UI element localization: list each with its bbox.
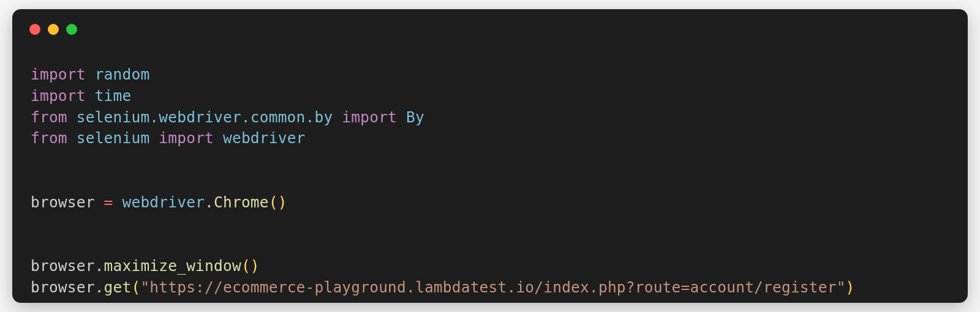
code-line: from selenium import webdriver bbox=[31, 129, 306, 147]
operator-assign: = bbox=[104, 193, 113, 211]
code-line: from selenium.webdriver.common.by import… bbox=[31, 108, 424, 126]
dot: . bbox=[95, 257, 104, 275]
code-line: import time bbox=[31, 87, 131, 105]
string-url: "https://ecommerce-playground.lambdatest… bbox=[140, 278, 845, 296]
call-chrome: Chrome bbox=[214, 193, 269, 211]
object-webdriver: webdriver bbox=[123, 193, 205, 211]
minimize-icon[interactable] bbox=[48, 24, 59, 35]
code-line: browser = webdriver.Chrome() bbox=[31, 193, 287, 211]
import-name: webdriver bbox=[223, 129, 306, 147]
keyword-import: import bbox=[342, 108, 397, 126]
keyword-import: import bbox=[31, 87, 86, 105]
import-name: By bbox=[406, 108, 424, 126]
close-icon[interactable] bbox=[29, 24, 40, 35]
code-line: import random bbox=[31, 65, 149, 83]
module-random: random bbox=[95, 65, 150, 83]
keyword-import: import bbox=[31, 65, 86, 83]
keyword-import: import bbox=[159, 129, 214, 147]
dot: . bbox=[95, 278, 104, 296]
code-block: import random import time from selenium.… bbox=[12, 9, 968, 303]
code-line: browser.get("https://ecommerce-playgroun… bbox=[31, 278, 855, 296]
keyword-from: from bbox=[31, 108, 67, 126]
dot: . bbox=[205, 193, 214, 211]
object-browser: browser bbox=[31, 278, 95, 296]
code-line: browser.maximize_window() bbox=[31, 257, 260, 275]
call-maximize: maximize_window bbox=[104, 257, 241, 275]
paren: () bbox=[269, 193, 287, 211]
paren-open: ( bbox=[131, 278, 140, 296]
code-window: import random import time from selenium.… bbox=[12, 9, 968, 303]
object-browser: browser bbox=[31, 257, 95, 275]
module-path: selenium.webdriver.common.by bbox=[77, 108, 333, 126]
zoom-icon[interactable] bbox=[66, 24, 77, 35]
window-controls bbox=[29, 24, 77, 35]
module-time: time bbox=[95, 87, 132, 105]
call-get: get bbox=[104, 278, 132, 296]
keyword-from: from bbox=[31, 129, 67, 147]
paren: () bbox=[241, 257, 260, 275]
paren-close: ) bbox=[846, 278, 855, 296]
variable-browser: browser bbox=[31, 193, 95, 211]
module-path: selenium bbox=[77, 129, 150, 147]
